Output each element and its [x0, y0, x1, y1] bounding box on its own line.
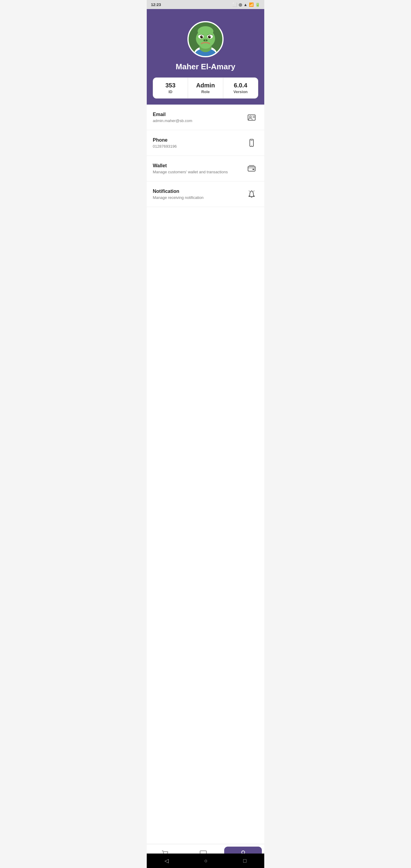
phone-menu-item[interactable]: Phone 01287693196 [147, 130, 264, 156]
stat-value-role: Admin [196, 82, 215, 89]
stat-label-role: Role [201, 90, 210, 94]
stats-card: 353 ID Admin Role 6.0.4 Version [153, 78, 258, 98]
phone-icon [245, 136, 258, 150]
stat-item-version: 6.0.4 Version [223, 78, 258, 98]
battery-icon: 🔋 [255, 2, 260, 7]
contact-card-icon [245, 111, 258, 124]
email-title: Email [153, 112, 192, 117]
signal-icon: 📶 [249, 2, 254, 7]
svg-point-16 [200, 43, 211, 49]
location-icon: ◎ [239, 2, 242, 7]
notification-subtitle: Manage receiving notification [153, 195, 203, 200]
svg-rect-24 [248, 166, 255, 171]
phone-title: Phone [153, 137, 177, 143]
status-bar: 12:23 ⬜ ◎ ▲ 📶 🔋 [147, 0, 264, 9]
svg-point-8 [200, 36, 203, 38]
home-button[interactable]: ○ [204, 858, 208, 864]
svg-rect-25 [253, 169, 254, 170]
svg-point-11 [210, 36, 211, 37]
stat-value-version: 6.0.4 [234, 82, 247, 89]
profile-hero: Maher El-Amary 353 ID Admin Role 6.0.4 V… [147, 9, 264, 98]
status-icons: ⬜ ◎ ▲ 📶 🔋 [232, 2, 260, 7]
stat-label-version: Version [233, 90, 248, 94]
stat-value-id: 353 [165, 82, 176, 89]
content-area: Email admin.maher@sb.com Phone 012876931… [147, 104, 264, 868]
wallet-title: Wallet [153, 163, 228, 168]
bell-icon [245, 187, 258, 201]
svg-point-22 [251, 145, 252, 146]
status-time: 12:23 [151, 2, 161, 7]
avatar [187, 21, 224, 57]
hero-spacer [147, 98, 264, 104]
svg-point-9 [208, 36, 211, 38]
android-nav-bar: ◁ ○ □ [147, 854, 264, 868]
svg-point-10 [201, 36, 202, 37]
wallet-menu-item[interactable]: Wallet Manage customers' wallet and tran… [147, 156, 264, 181]
stat-label-id: ID [168, 90, 172, 94]
svg-point-18 [250, 116, 251, 118]
notification-menu-item[interactable]: Notification Manage receiving notificati… [147, 181, 264, 207]
wifi-icon: ▲ [244, 2, 247, 7]
notification-title: Notification [153, 189, 203, 194]
wallet-icon [245, 162, 258, 175]
stat-item-role: Admin Role [188, 78, 223, 98]
phone-value: 01287693196 [153, 144, 177, 149]
svg-point-14 [206, 39, 208, 41]
wallet-subtitle: Manage customers' wallet and transaction… [153, 170, 228, 174]
svg-point-28 [242, 851, 245, 854]
recents-button[interactable]: □ [243, 858, 247, 864]
email-menu-item[interactable]: Email admin.maher@sb.com [147, 104, 264, 130]
stat-item-id: 353 ID [153, 78, 188, 98]
email-value: admin.maher@sb.com [153, 119, 192, 123]
sim-icon: ⬜ [232, 2, 237, 7]
svg-point-13 [203, 39, 205, 41]
back-button[interactable]: ◁ [164, 858, 169, 864]
avatar-image [189, 21, 222, 57]
profile-name: Maher El-Amary [176, 62, 235, 71]
